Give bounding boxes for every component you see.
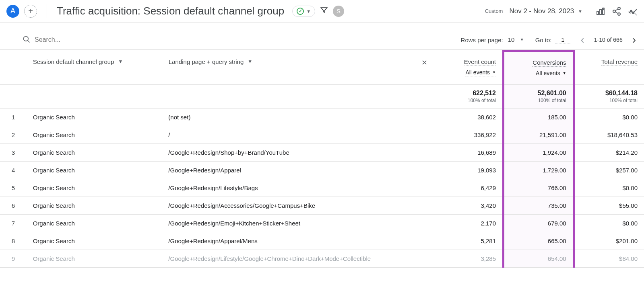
total-revenue-pct: 100% of total: [581, 98, 638, 103]
segment-badge[interactable]: S: [333, 6, 344, 17]
row-page: /Google+Redesign/Apparel/Mens: [162, 232, 433, 250]
table-row[interactable]: 3Organic Search/Google+Redesign/Shop+by+…: [0, 144, 644, 162]
data-table: Session default channel group ▼ Landing …: [0, 50, 644, 268]
table-row[interactable]: 5Organic Search/Google+Redesign/Lifestyl…: [0, 179, 644, 197]
row-index: 6: [0, 197, 27, 215]
dimension-2-label: Landing page + query string: [169, 58, 244, 65]
page-range-text: 1-10 of 666: [594, 37, 623, 43]
svg-point-4: [618, 7, 620, 10]
row-page: /: [162, 126, 433, 144]
chevron-down-icon: ▼: [563, 71, 566, 75]
chevron-down-icon: ▼: [492, 70, 496, 74]
row-page: /Google+Redesign/Shop+by+Brand/YouTube: [162, 144, 433, 162]
row-channel: Organic Search: [27, 250, 162, 268]
remove-dimension-button[interactable]: ✕: [421, 58, 427, 67]
total-revenue: $60,144.18: [581, 90, 638, 97]
divider: [589, 6, 589, 17]
row-channel: Organic Search: [27, 126, 162, 144]
row-conversions: 1,729.00: [504, 162, 574, 179]
insights-icon[interactable]: [628, 6, 638, 16]
row-event-count: 5,281: [433, 232, 504, 250]
search-input[interactable]: [35, 36, 155, 43]
controls-right: Rows per page: 10 ▼ Go to: ‹ 1-10 of 666…: [461, 33, 636, 46]
dimension-1-select[interactable]: Session default channel group ▼: [33, 58, 155, 65]
filter-icon[interactable]: [320, 6, 328, 16]
row-conversions: 21,591.00: [504, 126, 574, 144]
svg-line-12: [28, 40, 30, 42]
row-revenue: $55.00: [574, 197, 644, 215]
row-event-count: 6,429: [433, 179, 504, 197]
goto-input[interactable]: [555, 36, 571, 43]
row-conversions: 665.00: [504, 232, 574, 250]
metric-conversions-header[interactable]: Conversions: [533, 59, 566, 67]
row-page: /Google+Redesign/Apparel: [162, 162, 433, 179]
table-row[interactable]: 6Organic Search/Google+Redesign/Accessor…: [0, 197, 644, 215]
row-channel: Organic Search: [27, 109, 162, 126]
svg-point-6: [618, 13, 620, 15]
row-conversions: 1,924.00: [504, 144, 574, 162]
table-controls: Rows per page: 10 ▼ Go to: ‹ 1-10 of 666…: [0, 30, 644, 50]
date-picker[interactable]: Nov 2 - Nov 28, 2023 ▼: [509, 7, 582, 15]
row-event-count: 2,170: [433, 215, 504, 232]
metric-event-count-header[interactable]: Event count: [464, 58, 496, 66]
row-page: /Google+Redesign/Accessories/Google+Camp…: [162, 197, 433, 215]
chevron-down-icon: ▼: [118, 59, 123, 64]
search-wrap: [23, 35, 192, 45]
metric-revenue-header[interactable]: Total revenue: [601, 58, 638, 66]
table-row[interactable]: 1Organic Search(not set)38,602185.00$0.0…: [0, 109, 644, 126]
row-channel: Organic Search: [27, 215, 162, 232]
row-index: 3: [0, 144, 27, 162]
row-revenue: $84.00: [574, 250, 644, 268]
prev-page-button[interactable]: ‹: [581, 33, 584, 46]
row-event-count: 336,922: [433, 126, 504, 144]
share-icon[interactable]: [612, 6, 621, 16]
row-channel: Organic Search: [27, 162, 162, 179]
row-conversions: 766.00: [504, 179, 574, 197]
next-page-button[interactable]: ›: [632, 33, 636, 46]
row-conversions: 654.00: [504, 250, 574, 268]
rows-per-page: Rows per page: 10 ▼: [461, 35, 526, 44]
customize-report-icon[interactable]: [596, 6, 605, 16]
row-index: 2: [0, 126, 27, 144]
svg-rect-1: [600, 10, 601, 14]
row-page: /Google+Redesign/Lifestyle/Bags: [162, 179, 433, 197]
table-row[interactable]: 4Organic Search/Google+Redesign/Apparel1…: [0, 162, 644, 179]
total-event-count: 622,512: [440, 90, 496, 97]
row-index: 4: [0, 162, 27, 179]
rows-per-page-label: Rows per page:: [461, 37, 503, 43]
table-row[interactable]: 7Organic Search/Google+Redesign/Emoji+Ki…: [0, 215, 644, 232]
table-row[interactable]: 2Organic Search/336,92221,591.00$18,640.…: [0, 126, 644, 144]
row-event-count: 16,689: [433, 144, 504, 162]
row-index: 5: [0, 179, 27, 197]
table-row[interactable]: 9Organic Search/Google+Redesign/Lifestyl…: [0, 250, 644, 268]
row-channel: Organic Search: [27, 144, 162, 162]
page-header: A + Traffic acquisition: Session default…: [0, 0, 644, 23]
svg-line-7: [615, 9, 618, 10]
avatar[interactable]: A: [6, 5, 19, 18]
status-dropdown[interactable]: ✓ ▼: [292, 6, 315, 17]
row-index: 1: [0, 109, 27, 126]
date-range-text: Nov 2 - Nov 28, 2023: [509, 7, 574, 15]
table-row[interactable]: 8Organic Search/Google+Redesign/Apparel/…: [0, 232, 644, 250]
add-button[interactable]: +: [24, 5, 37, 18]
total-event-count-pct: 100% of total: [440, 98, 496, 103]
row-revenue: $0.00: [574, 109, 644, 126]
chevron-down-icon: ▼: [248, 59, 252, 64]
svg-rect-0: [597, 11, 599, 14]
rows-per-page-value: 10: [508, 36, 515, 43]
svg-point-5: [613, 10, 615, 12]
total-conversions: 52,601.00: [511, 90, 566, 97]
totals-row: 622,512 100% of total 52,601.00 100% of …: [0, 85, 644, 109]
svg-point-11: [24, 36, 29, 41]
search-icon: [23, 35, 31, 45]
conversions-filter[interactable]: All events ▼: [536, 70, 566, 77]
row-index: 7: [0, 215, 27, 232]
page-title: Traffic acquisition: Session default cha…: [57, 5, 284, 17]
chevron-down-icon: ▼: [306, 9, 311, 14]
row-index: 8: [0, 232, 27, 250]
event-count-filter[interactable]: All events ▼: [465, 69, 496, 76]
rows-per-page-select[interactable]: 10 ▼: [506, 35, 526, 44]
dimension-2-select[interactable]: Landing page + query string ▼: [169, 58, 427, 65]
row-conversions: 679.00: [504, 215, 574, 232]
goto: Go to:: [535, 36, 571, 43]
